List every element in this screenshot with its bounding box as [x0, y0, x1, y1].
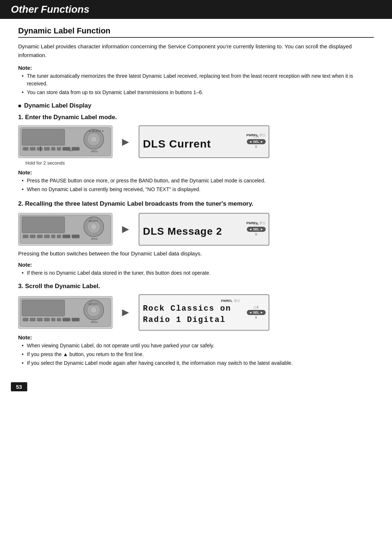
step2-display: PWRFL ▽ □ DLS Message 2 □ /\ ◄ SEL ► \/: [139, 213, 269, 246]
svg-rect-42: [72, 318, 80, 321]
svg-rect-9: [72, 147, 80, 151]
svg-rect-34: [22, 300, 65, 316]
step1-title: 1. Enter the Dynamic Label mode.: [18, 114, 374, 121]
svg-point-29: [91, 224, 97, 230]
page-number: 53: [11, 382, 27, 391]
svg-rect-35: [23, 318, 29, 321]
svg-text:SFEG: SFEG: [91, 321, 98, 323]
header-title: Other Functions: [11, 4, 381, 15]
page-header: Other Functions: [0, 0, 392, 19]
svg-rect-4: [37, 147, 43, 151]
step3-display-line1: Rock Classics on: [143, 303, 240, 315]
svg-text:/\: /\: [90, 217, 91, 219]
note-item-step3-1: When viewing Dynamic Label, do not opera…: [22, 342, 374, 350]
step3-title: 3. Scroll the Dynamic Label.: [18, 283, 374, 290]
step3-display-topbar: PWRFL ▽ □: [143, 299, 240, 303]
svg-rect-20: [30, 234, 36, 238]
note-item-1-2: You can store data from up to six Dynami…: [22, 89, 374, 96]
svg-rect-7: [57, 147, 61, 151]
svg-rect-41: [62, 318, 70, 321]
svg-text:SELECT: SELECT: [89, 303, 98, 306]
note-block-step2: Note: If there is no Dynamic Label data …: [18, 262, 374, 277]
content-area: Dynamic Label Function Dynamic Label pro…: [0, 26, 392, 384]
svg-rect-25: [62, 234, 70, 238]
note-label-1: Note:: [18, 65, 374, 71]
svg-rect-24: [57, 234, 61, 238]
step1-display: PWRFL ▽ □ DLS Current □ /\ ◄ SEL ► \/: [139, 125, 269, 158]
step3-arrow: ►: [120, 306, 131, 319]
step3-device-diagram: /\ SELECT SFEG: [18, 296, 113, 329]
svg-rect-22: [44, 234, 50, 238]
step2-arrow: ►: [120, 222, 131, 236]
note-list-step3: When viewing Dynamic Label, do not opera…: [18, 342, 374, 367]
step3-diagram-row: /\ SELECT SFEG ► PWRFL ▽ □ Rock Classics…: [18, 294, 374, 331]
subsection-title: Dynamic Label Display: [18, 102, 374, 109]
step1-device-diagram: ◄ SELECT ► SFEG: [18, 125, 113, 158]
note-block-step3: Note: When viewing Dynamic Label, do not…: [18, 334, 374, 367]
note-item-step1-1: Press the PAUSE button once more, or pre…: [22, 177, 374, 185]
svg-rect-23: [51, 234, 56, 238]
note-block-1: Note: The tuner automatically memorizes …: [18, 65, 374, 96]
note-item-1-1: The tuner automatically memorizes the th…: [22, 72, 374, 88]
note-item-step1-2: When no Dynamic Label is currently being…: [22, 186, 374, 193]
svg-rect-18: [22, 217, 65, 233]
step3-display: PWRFL ▽ □ Rock Classics on Radio 1 Digit…: [139, 294, 269, 331]
note-label-step1: Note:: [18, 169, 374, 175]
section-title: Dynamic Label Function: [18, 26, 374, 38]
svg-rect-21: [37, 234, 43, 238]
svg-rect-3: [30, 147, 36, 151]
step2-title: 2. Recalling the three latest Dynamic La…: [18, 199, 374, 209]
step2-desc: Pressing the button switches between the…: [18, 249, 374, 258]
note-list-step2: If there is no Dynamic Label data stored…: [18, 269, 374, 277]
svg-rect-6: [51, 147, 56, 151]
note-label-step2: Note:: [18, 262, 374, 268]
svg-rect-39: [51, 318, 56, 321]
svg-text:SFEG: SFEG: [91, 150, 98, 153]
svg-rect-38: [44, 318, 50, 321]
note-list-step1: Press the PAUSE button once more, or pre…: [18, 177, 374, 193]
page-number-container: 53: [11, 384, 392, 390]
sel-button-3: ◄ SEL ►: [247, 310, 266, 315]
svg-text:◄ SELECT ►: ◄ SELECT ►: [89, 130, 105, 132]
svg-rect-40: [57, 318, 61, 321]
step2-device-diagram: /\ SELECT SFEG: [18, 213, 113, 246]
step2-controls: □ /\ ◄ SEL ► \/: [247, 222, 266, 236]
step2-diagram-row: /\ SELECT SFEG ► PWRFL ▽ □ DLS Message 2…: [18, 213, 374, 246]
svg-rect-36: [30, 318, 36, 321]
svg-rect-2: [23, 147, 29, 151]
step1-controls: □ /\ ◄ SEL ► \/: [247, 135, 266, 149]
step1-caption: Hold for 2 seconds: [25, 160, 374, 166]
svg-rect-5: [44, 147, 50, 151]
note-label-step3: Note:: [18, 334, 374, 340]
note-list-1: The tuner automatically memorizes the th…: [18, 72, 374, 96]
svg-point-12: [91, 136, 97, 142]
section-intro: Dynamic Label provides character informa…: [18, 42, 374, 60]
svg-rect-8: [62, 147, 70, 151]
sel-button-2: ◄ SEL ►: [247, 227, 266, 232]
svg-text:/\: /\: [90, 300, 91, 303]
note-item-step3-2: If you press the ▲ button, you return to…: [22, 351, 374, 358]
svg-point-45: [91, 307, 97, 313]
note-item-step2-1: If there is no Dynamic Label data stored…: [22, 269, 374, 277]
svg-rect-1: [22, 129, 65, 145]
step1-arrow: ►: [120, 135, 131, 149]
svg-text:SFEG: SFEG: [91, 238, 98, 240]
step1-diagram-row: ◄ SELECT ► SFEG ► PWRFL ▽ □ DLS Current …: [18, 125, 374, 158]
svg-rect-37: [37, 318, 43, 321]
note-item-step3-3: If you select the Dynamic Label mode aga…: [22, 359, 374, 367]
note-block-step1: Note: Press the PAUSE button once more, …: [18, 169, 374, 193]
sel-button-1: ◄ SEL ►: [247, 139, 266, 144]
step3-controls: □ /\ ◄ SEL ► \/: [247, 306, 266, 319]
svg-rect-26: [72, 234, 80, 238]
step3-display-line2: Radio 1 Digital: [143, 315, 240, 326]
svg-rect-19: [23, 234, 29, 238]
svg-text:SELECT: SELECT: [89, 220, 98, 222]
